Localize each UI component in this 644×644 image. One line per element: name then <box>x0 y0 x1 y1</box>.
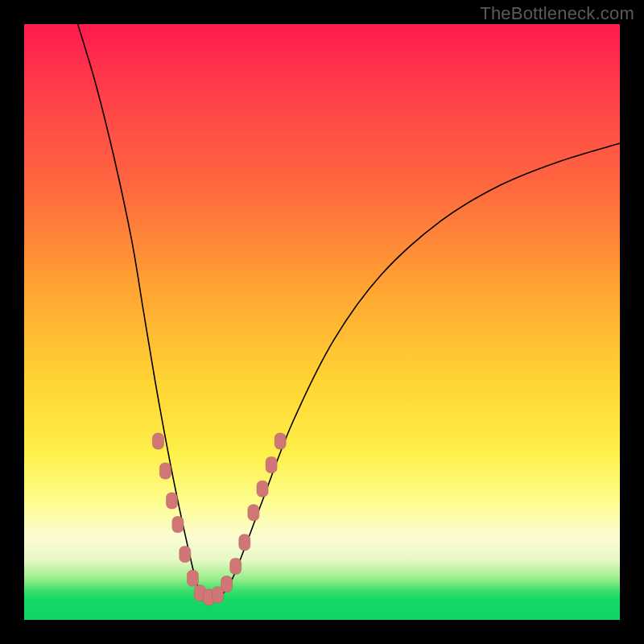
data-marker <box>221 576 233 592</box>
chart-frame: TheBottleneck.com <box>0 0 644 644</box>
data-marker <box>275 433 286 449</box>
bottleneck-curve <box>78 24 620 599</box>
data-marker <box>167 493 178 509</box>
data-marker <box>257 481 268 497</box>
data-marker <box>248 505 259 521</box>
plot-area <box>24 24 620 620</box>
data-marker <box>239 535 250 551</box>
watermark-text: TheBottleneck.com <box>480 3 634 24</box>
data-marker <box>153 433 164 449</box>
data-marker <box>230 558 242 574</box>
marker-layer <box>153 433 287 605</box>
data-marker <box>180 547 191 563</box>
data-marker <box>187 570 198 586</box>
chart-svg <box>24 24 620 620</box>
data-marker <box>266 457 277 473</box>
data-marker <box>159 463 171 479</box>
data-marker <box>172 517 184 533</box>
